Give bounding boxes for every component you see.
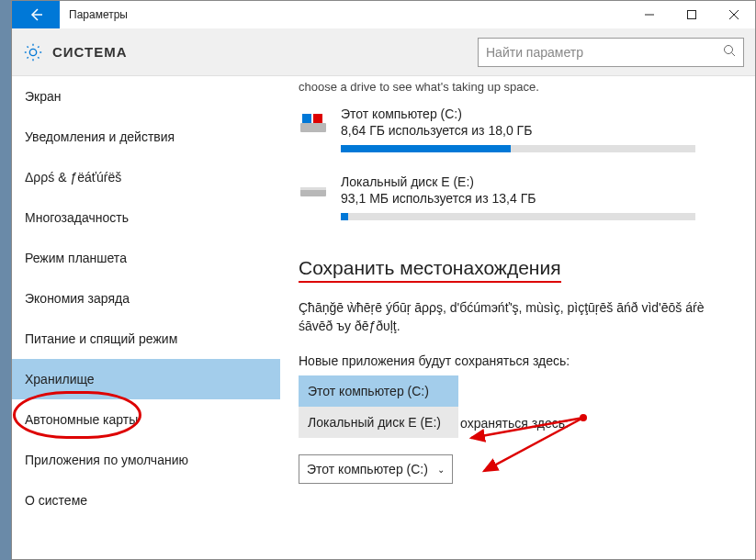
search-input[interactable] <box>486 45 723 60</box>
clipped-text: choose a drive to see what's taking up s… <box>299 80 729 94</box>
sidebar-item-8[interactable]: Автономные карты <box>12 399 280 440</box>
sidebar-item-6[interactable]: Питание и спящий режим <box>12 319 280 359</box>
svg-line-5 <box>732 53 736 57</box>
svg-rect-6 <box>300 123 326 132</box>
sidebar-item-0[interactable]: Экран <box>12 76 280 117</box>
drive-0[interactable]: Этот компьютер (C:)8,64 ГБ используется … <box>299 106 729 152</box>
drive-icon <box>299 176 328 206</box>
close-button[interactable] <box>713 1 755 28</box>
drive-stats: 8,64 ГБ используется из 18,0 ГБ <box>341 123 729 138</box>
search-box[interactable] <box>478 38 744 67</box>
sidebar-item-2[interactable]: Δρρś & ƒëáťúŕëš <box>12 157 280 197</box>
drive-usage-bar <box>341 145 695 152</box>
svg-rect-7 <box>302 114 311 123</box>
field-label-trailing: охраняться здесь: <box>460 416 569 431</box>
minimize-button[interactable] <box>628 1 671 28</box>
drive-icon <box>299 108 328 138</box>
drive-name: Этот компьютер (C:) <box>341 106 729 121</box>
dropdown-option-0[interactable]: Этот компьютер (C:) <box>299 375 458 407</box>
svg-rect-10 <box>300 187 326 190</box>
maximize-button[interactable] <box>671 1 713 28</box>
window-controls <box>628 1 755 28</box>
page-header: СИСТЕМА <box>12 28 755 76</box>
svg-rect-8 <box>313 114 322 123</box>
sidebar: ЭкранУведомления и действияΔρρś & ƒëáťúŕ… <box>12 76 280 559</box>
save-location-dropdown[interactable]: Этот компьютер (C:)Локальный диск E (E:) <box>299 375 458 438</box>
sidebar-item-10[interactable]: О системе <box>12 480 280 521</box>
body: ЭкранУведомления и действияΔρρś & ƒëáťúŕ… <box>12 76 755 559</box>
settings-window: Параметры СИСТЕМА ЭкранУведомления и дей… <box>11 0 756 560</box>
sidebar-item-1[interactable]: Уведомления и действия <box>12 117 280 157</box>
titlebar: Параметры <box>12 1 755 28</box>
content: choose a drive to see what's taking up s… <box>280 76 755 559</box>
drive-stats: 93,1 МБ используется из 13,4 ГБ <box>341 191 729 206</box>
sidebar-item-4[interactable]: Режим планшета <box>12 238 280 278</box>
sidebar-item-5[interactable]: Экономия заряда <box>12 278 280 319</box>
gear-icon <box>23 42 43 62</box>
drive-name: Локальный диск E (E:) <box>341 174 729 189</box>
chevron-down-icon: ⌄ <box>437 465 445 475</box>
search-icon <box>723 44 736 60</box>
save-location-combo[interactable]: Этот компьютер (C:) ⌄ <box>299 454 453 484</box>
svg-rect-1 <box>688 11 696 19</box>
field-label-new-apps: Новые приложения будут сохраняться здесь… <box>299 353 729 368</box>
page-title: СИСТЕМА <box>52 44 478 60</box>
sidebar-item-7[interactable]: Хранилище <box>12 359 280 399</box>
sidebar-item-9[interactable]: Приложения по умолчанию <box>12 440 280 480</box>
section-title: Сохранить местонахождения <box>299 257 561 283</box>
back-button[interactable] <box>12 1 60 28</box>
combo-value: Этот компьютер (C:) <box>307 462 428 476</box>
window-title: Параметры <box>60 8 628 21</box>
dropdown-option-1[interactable]: Локальный диск E (E:) <box>299 407 458 438</box>
drive-usage-bar <box>341 213 695 220</box>
svg-point-4 <box>725 46 733 54</box>
drive-1[interactable]: Локальный диск E (E:)93,1 МБ используетс… <box>299 174 729 220</box>
section-description: Çħāņğē ẁħēŗē ýбūŗ āρρş, d'бćúmэńť'ş, mùs… <box>299 299 729 335</box>
sidebar-item-3[interactable]: Многозадачность <box>12 197 280 238</box>
